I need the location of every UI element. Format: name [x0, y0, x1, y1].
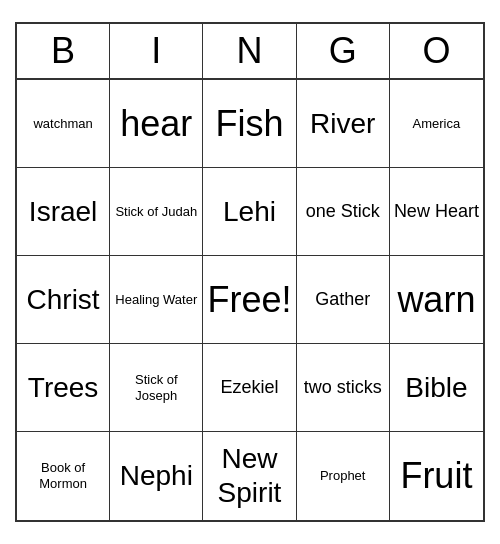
cell-text-4-0: Book of Mormon	[21, 460, 105, 491]
bingo-cell-3-4: Bible	[390, 344, 483, 432]
bingo-cell-1-3: one Stick	[297, 168, 390, 256]
bingo-cell-0-0: watchman	[17, 80, 110, 168]
bingo-header: BINGO	[17, 24, 483, 80]
cell-text-1-1: Stick of Judah	[115, 204, 197, 220]
bingo-cell-2-2: Free!	[203, 256, 296, 344]
bingo-cell-4-1: Nephi	[110, 432, 203, 520]
bingo-cell-4-2: New Spirit	[203, 432, 296, 520]
cell-text-3-0: Trees	[28, 371, 99, 405]
cell-text-4-3: Prophet	[320, 468, 366, 484]
bingo-cell-3-3: two sticks	[297, 344, 390, 432]
cell-text-4-4: Fruit	[400, 454, 472, 497]
bingo-cell-2-1: Healing Water	[110, 256, 203, 344]
bingo-cell-4-4: Fruit	[390, 432, 483, 520]
bingo-cell-1-0: Israel	[17, 168, 110, 256]
bingo-cell-0-4: America	[390, 80, 483, 168]
bingo-cell-1-2: Lehi	[203, 168, 296, 256]
cell-text-2-4: warn	[397, 278, 475, 321]
cell-text-2-0: Christ	[27, 283, 100, 317]
header-letter-I: I	[110, 24, 203, 78]
cell-text-0-4: America	[413, 116, 461, 132]
bingo-cell-4-0: Book of Mormon	[17, 432, 110, 520]
bingo-cell-2-3: Gather	[297, 256, 390, 344]
cell-text-2-1: Healing Water	[115, 292, 197, 308]
bingo-cell-3-0: Trees	[17, 344, 110, 432]
cell-text-4-2: New Spirit	[207, 442, 291, 509]
cell-text-1-4: New Heart	[394, 201, 479, 223]
bingo-grid: watchmanhearFishRiverAmericaIsraelStick …	[17, 80, 483, 520]
cell-text-3-2: Ezekiel	[220, 377, 278, 399]
bingo-cell-0-3: River	[297, 80, 390, 168]
cell-text-3-3: two sticks	[304, 377, 382, 399]
bingo-cell-3-1: Stick of Joseph	[110, 344, 203, 432]
bingo-cell-0-2: Fish	[203, 80, 296, 168]
bingo-cell-1-4: New Heart	[390, 168, 483, 256]
cell-text-2-2: Free!	[207, 278, 291, 321]
cell-text-0-0: watchman	[33, 116, 92, 132]
cell-text-3-1: Stick of Joseph	[114, 372, 198, 403]
bingo-card: BINGO watchmanhearFishRiverAmericaIsrael…	[15, 22, 485, 522]
bingo-cell-4-3: Prophet	[297, 432, 390, 520]
cell-text-4-1: Nephi	[120, 459, 193, 493]
bingo-cell-0-1: hear	[110, 80, 203, 168]
bingo-cell-1-1: Stick of Judah	[110, 168, 203, 256]
header-letter-O: O	[390, 24, 483, 78]
cell-text-0-2: Fish	[215, 102, 283, 145]
cell-text-2-3: Gather	[315, 289, 370, 311]
header-letter-G: G	[297, 24, 390, 78]
cell-text-1-0: Israel	[29, 195, 97, 229]
bingo-cell-2-0: Christ	[17, 256, 110, 344]
header-letter-B: B	[17, 24, 110, 78]
cell-text-3-4: Bible	[405, 371, 467, 405]
cell-text-1-3: one Stick	[306, 201, 380, 223]
bingo-cell-2-4: warn	[390, 256, 483, 344]
bingo-cell-3-2: Ezekiel	[203, 344, 296, 432]
header-letter-N: N	[203, 24, 296, 78]
cell-text-0-1: hear	[120, 102, 192, 145]
cell-text-0-3: River	[310, 107, 375, 141]
cell-text-1-2: Lehi	[223, 195, 276, 229]
